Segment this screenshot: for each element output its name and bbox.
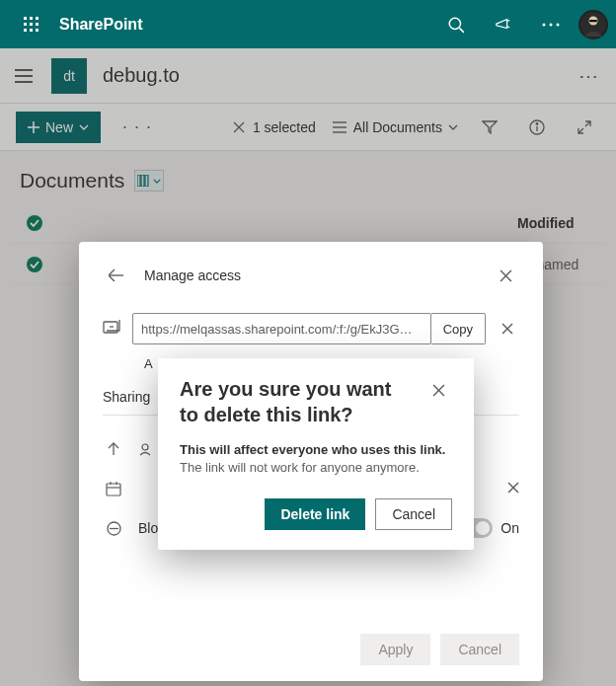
panel-footer: Apply Cancel	[360, 634, 519, 665]
copy-button[interactable]: Copy	[431, 313, 486, 344]
svg-point-44	[142, 444, 148, 450]
people-icon	[134, 442, 156, 456]
app-launcher-icon[interactable]	[8, 17, 55, 33]
search-icon[interactable]	[436, 1, 476, 48]
svg-point-15	[557, 23, 560, 26]
svg-rect-4	[30, 23, 33, 26]
panel-title: Manage access	[144, 267, 478, 283]
brand-label[interactable]: SharePoint	[55, 16, 436, 34]
link-url-input[interactable]	[132, 313, 431, 344]
avatar[interactable]	[578, 10, 608, 39]
close-icon[interactable]	[492, 262, 519, 289]
dialog-cancel-button[interactable]: Cancel	[375, 498, 452, 530]
dialog-body-strong: This will affect everyone who uses this …	[180, 442, 445, 457]
close-icon[interactable]	[507, 481, 519, 496]
svg-rect-18	[589, 20, 597, 22]
svg-point-9	[449, 18, 460, 29]
svg-rect-6	[24, 29, 27, 32]
svg-line-10	[459, 28, 464, 33]
dialog-close-icon[interactable]	[424, 376, 452, 404]
megaphone-icon[interactable]	[484, 1, 523, 48]
delete-link-button[interactable]: Delete link	[265, 498, 365, 530]
svg-rect-45	[107, 484, 120, 495]
apply-button[interactable]: Apply	[360, 634, 430, 665]
panel-cancel-button[interactable]: Cancel	[440, 634, 519, 665]
svg-rect-5	[36, 23, 38, 26]
dialog-body: This will affect everyone who uses this …	[180, 441, 452, 477]
svg-point-14	[550, 23, 553, 26]
delete-link-icon[interactable]	[496, 323, 519, 335]
calendar-icon	[103, 482, 124, 496]
suite-bar: SharePoint	[0, 0, 616, 48]
toggle-state: On	[500, 520, 519, 536]
arrow-up-icon	[103, 442, 124, 456]
svg-rect-2	[36, 17, 38, 20]
svg-rect-1	[30, 17, 33, 20]
dialog-title: Are you sure you want to delete this lin…	[180, 376, 424, 427]
svg-rect-7	[30, 29, 33, 32]
svg-rect-8	[36, 29, 38, 32]
suite-actions	[436, 1, 608, 48]
svg-point-13	[543, 23, 546, 26]
link-row: Copy	[103, 313, 519, 344]
more-icon[interactable]	[531, 1, 571, 48]
svg-rect-3	[24, 23, 27, 26]
back-icon[interactable]	[103, 262, 130, 289]
link-icon	[103, 319, 122, 339]
dialog-body-rest: The link will not work for anyone anymor…	[180, 460, 420, 475]
block-icon	[103, 521, 124, 536]
svg-rect-0	[24, 17, 27, 20]
confirm-delete-dialog: Are you sure you want to delete this lin…	[158, 358, 474, 550]
